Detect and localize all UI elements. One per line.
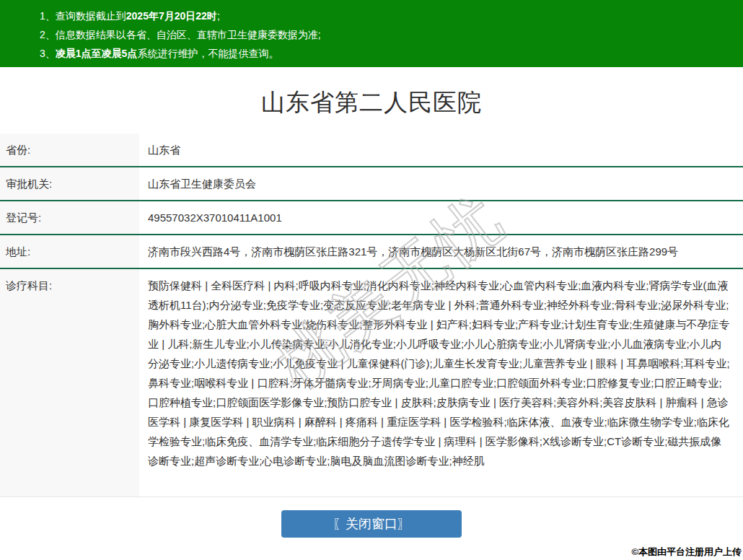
province-label: 省份: [0, 134, 139, 167]
notice-3-post: 系统进行维护，不能提供查询。 [137, 48, 278, 59]
departments-clipped-text: 预防保健科 | 全科医疗科 | 内科;呼吸内科专业;消化内科专业;神经内科专业;… [148, 276, 732, 490]
row-approval-authority: 审批机关: 山东省卫生健康委员会 [0, 167, 743, 201]
notice-3-bold: 凌晨1点至凌晨5点 [56, 48, 138, 59]
province-value: 山东省 [139, 134, 743, 167]
notice-2-text: 信息数据结果以各省、自治区、直辖市卫生健康委数据为准; [56, 29, 321, 40]
address-value: 济南市段兴西路4号，济南市槐荫区张庄路321号，济南市槐荫区大杨新区北街67号，… [139, 235, 743, 268]
uploader-credit-text: ©本图由平台注册用户上传 [631, 546, 742, 559]
departments-label: 诊疗科目: [0, 268, 139, 497]
notice-line-3: 3、凌晨1点至凌晨5点系统进行维护，不能提供查询。 [40, 44, 736, 63]
button-row: 〖关闭窗口〗 [0, 497, 743, 538]
notice-1-num: 1、 [40, 10, 56, 22]
row-province: 省份: 山东省 [0, 134, 743, 167]
notice-1-text: 查询数据截止到 [56, 10, 126, 22]
registration-number-label: 登记号: [0, 201, 139, 235]
notice-1-bold: 2025年7月20日22时 [126, 10, 217, 22]
notice-bar: 1、查询数据截止到2025年7月20日22时; 2、信息数据结果以各省、自治区、… [0, 0, 743, 67]
notice-line-1: 1、查询数据截止到2025年7月20日22时; [40, 6, 736, 25]
hospital-name-title: 山东省第二人民医院 [0, 90, 743, 114]
departments-value: 预防保健科 | 全科医疗科 | 内科;呼吸内科专业;消化内科专业;神经内科专业;… [139, 268, 743, 497]
registration-number-value: 49557032X37010411A1001 [139, 201, 743, 235]
notice-3-num: 3、 [40, 48, 56, 59]
row-departments: 诊疗科目: 预防保健科 | 全科医疗科 | 内科;呼吸内科专业;消化内科专业;神… [0, 268, 743, 497]
row-address: 地址: 济南市段兴西路4号，济南市槐荫区张庄路321号，济南市槐荫区大杨新区北街… [0, 235, 743, 268]
approval-authority-value: 山东省卫生健康委员会 [139, 167, 743, 201]
hospital-info-table: 省份: 山东省 审批机关: 山东省卫生健康委员会 登记号: 49557032X3… [0, 134, 743, 497]
notice-1-post: ; [217, 10, 220, 22]
row-registration-number: 登记号: 49557032X37010411A1001 [0, 201, 743, 235]
close-window-button[interactable]: 〖关闭窗口〗 [281, 510, 462, 538]
address-label: 地址: [0, 235, 139, 268]
notice-line-2: 2、信息数据结果以各省、自治区、直辖市卫生健康委数据为准; [40, 25, 736, 44]
notice-2-num: 2、 [40, 29, 56, 40]
approval-authority-label: 审批机关: [0, 167, 139, 201]
